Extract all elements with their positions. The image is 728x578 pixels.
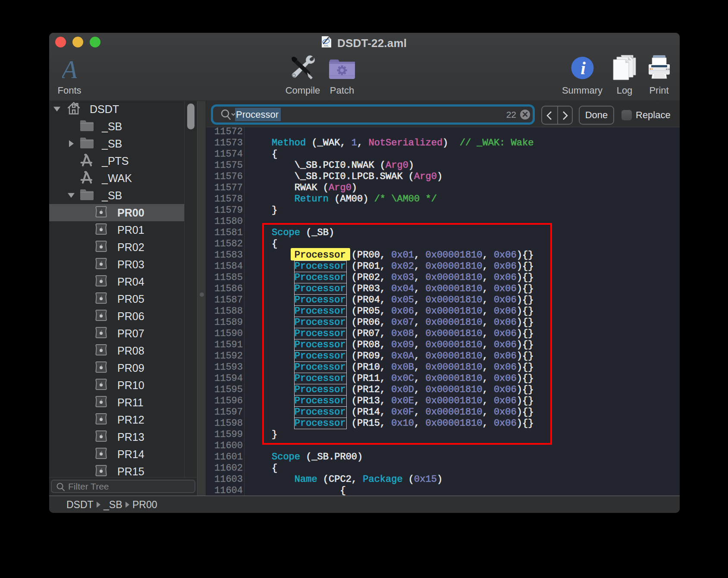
- svg-text:A: A: [62, 58, 77, 80]
- svg-text:i: i: [581, 58, 586, 78]
- svg-text:AML: AML: [324, 44, 329, 47]
